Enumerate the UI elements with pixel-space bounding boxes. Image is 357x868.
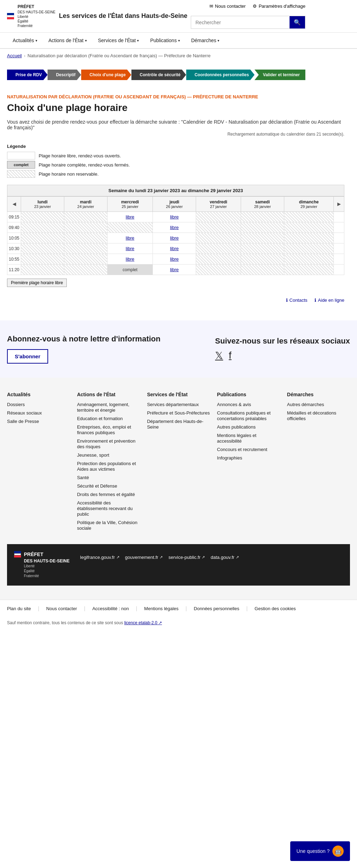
calendar-cell [241,212,284,222]
step-coordonnees[interactable]: Coordonnées personnelles [186,70,255,80]
chevron-down-icon: ▾ [218,39,219,43]
calendar-cell [241,265,284,275]
display-link[interactable]: ⚙ Paramètres d'affichage [253,4,305,9]
calendar-cell[interactable]: libre [153,265,196,275]
step-prise-rdv[interactable]: Prise de RDV [7,70,47,80]
footer-link-accessibilite-erp[interactable]: Accessibilité des établissements recevan… [77,500,132,517]
calendar-cell[interactable]: libre [153,243,196,254]
footer-link-securite[interactable]: Sécurité et Défense [77,483,117,489]
external-icon: ↗ [116,555,119,560]
calendar-cell[interactable]: libre [153,254,196,265]
footer-link-reseaux[interactable]: Réseaux sociaux [7,410,42,416]
help-links: ℹ Contacts ℹ Aide en ligne [7,294,344,306]
contacts-link[interactable]: ℹ Contacts [286,298,307,303]
calendar-cell[interactable]: libre [153,233,196,243]
footer-link-concours[interactable]: Concours et recrutement [217,447,267,452]
license-link[interactable]: licence etalab-2.0 ↗ [124,620,162,625]
calendar-cell[interactable]: libre [107,233,152,243]
footer-link-departement[interactable]: Département des Hauts-de-Seine [147,419,203,430]
step-descriptif[interactable]: Descriptif [47,70,81,80]
external-icon: ↗ [160,555,163,560]
breadcrumb-home[interactable]: Accueil [7,53,22,58]
site-title: Les services de l'État dans Hauts-de-Sei… [59,12,187,20]
footer-link-politique-ville[interactable]: Politique de la Ville, Cohésion sociale [77,520,137,531]
calendar-cell [64,222,107,233]
footer-link-environnement[interactable]: Environnement et prévention des risques [77,438,135,449]
footer-gestion-cookies[interactable]: Gestion des cookies [255,606,296,611]
footer: Actualités Dossiers Réseaux sociaux Sall… [0,378,357,600]
step-choix-plage[interactable]: Choix d'une plage [81,70,131,80]
footer-link-medailles[interactable]: Médailles et décorations officielles [287,410,336,421]
footer-link-infographies[interactable]: Infographies [217,455,242,461]
contact-link[interactable]: ✉ Nous contacter [209,4,246,9]
gouvernement-link[interactable]: gouvernement.fr ↗ [125,555,163,560]
footer-plan-site[interactable]: Plan du site [7,606,31,611]
footer-link-annonces[interactable]: Annonces & avis [217,402,251,407]
time-cell: 09:40 [7,222,21,233]
nav-publications[interactable]: Publications ▾ [144,33,186,48]
calendar-cell [241,243,284,254]
next-week-btn[interactable]: ▶ [334,197,344,212]
nav-actions-etat[interactable]: Actions de l'État ▾ [43,33,92,48]
day-header-samedi: samedi 28 janvier [241,197,284,212]
time-cell: 10:55 [7,254,21,265]
header-actions: ✉ Nous contacter ⚙ Paramètres d'affichag… [191,4,305,29]
external-icon: ↗ [236,555,239,560]
footer-link-protection[interactable]: Protection des populations et Aides aux … [77,461,136,472]
footer-link-entreprises[interactable]: Entreprises, éco, emploi et finances pub… [77,424,131,435]
first-slot-button[interactable]: Première plage horaire libre [7,279,67,287]
mail-icon: ✉ [209,4,213,9]
footer-nous-contacter[interactable]: Nous contacter [46,606,77,611]
footer-link-consultations[interactable]: Consultations publiques et concertations… [217,410,271,421]
subscribe-button[interactable]: S'abonner [7,349,48,364]
nav-actualites[interactable]: Actualités ▾ [7,33,43,48]
footer-link-sante[interactable]: Santé [77,475,89,480]
footer-link-services-dept[interactable]: Services départementaux [147,402,199,407]
calendar-cell[interactable]: libre [107,243,152,254]
twitter-link[interactable]: 𝕏 [215,350,223,361]
search-button[interactable]: 🔍 [290,16,305,28]
nav-demarches[interactable]: Démarches ▾ [186,33,225,48]
social-title: Suivez-nous sur les réseaux sociaux [215,337,350,346]
footer-link-dossiers[interactable]: Dossiers [7,402,25,407]
footer-link-education[interactable]: Education et formation [77,416,123,421]
breadcrumb: Accueil › Naturalisation par déclaration… [0,49,357,63]
table-row: 10:55librelibre [7,254,344,265]
footer-link-amenagement[interactable]: Aménagement, logement, territoire et éne… [77,402,129,413]
footer-accessibilite[interactable]: Accessibilité : non [92,606,129,611]
footer-donnees-personnelles[interactable]: Données personnelles [194,606,239,611]
legifrance-link[interactable]: legifrance.gouv.fr ↗ [80,555,119,560]
footer-mentions-legales[interactable]: Mentions légales [144,606,178,611]
facebook-link[interactable]: f [229,350,232,361]
motto1: Liberté [18,14,56,19]
calendar-cell[interactable]: libre [153,222,196,233]
footer-link-autres-pub[interactable]: Autres publications [217,424,256,430]
page-title: Choix d'une plage horaire [7,102,344,113]
footer-link-droits-femmes[interactable]: Droits des femmes et égalité [77,492,135,497]
calendar-cell[interactable]: libre [153,212,196,222]
header-links: ✉ Nous contacter ⚙ Paramètres d'affichag… [209,4,305,9]
footer-link-jeunesse[interactable]: Jeunesse, sport [77,452,109,458]
service-public-link[interactable]: service-public.fr ↗ [168,555,205,560]
footer-link-prefecture[interactable]: Préfecture et Sous-Préfectures [147,410,209,416]
footer-link-autres-demarches[interactable]: Autres démarches [287,402,324,407]
calendar-cell[interactable]: libre [107,254,152,265]
calendar-cell [21,254,64,265]
footer-link-presse[interactable]: Salle de Presse [7,419,39,424]
day-header-dimanche: dimanche 29 janvier [284,197,334,212]
nav-services-etat[interactable]: Services de l'État ▾ [92,33,145,48]
step-controle[interactable]: Contrôle de sécurité [131,70,186,80]
info-icon: ℹ [314,298,316,303]
calendar-cell: complet [107,265,152,275]
step-valider[interactable]: Valider et terminer [254,70,305,80]
data-gouv-link[interactable]: data.gouv.fr ↗ [210,555,239,560]
time-cell: 10:05 [7,233,21,243]
table-row: 10:30librelibre [7,243,344,254]
search-input[interactable] [191,17,290,28]
footer-license: Sauf mention contraire, tous les contenu… [0,617,357,629]
footer-link-mentions-legales[interactable]: Mentions légales et accessibilité [217,433,257,444]
calendar-cell[interactable]: libre [107,212,152,222]
aide-en-ligne-link[interactable]: ℹ Aide en ligne [314,298,344,303]
chevron-down-icon: ▾ [35,39,37,43]
prev-week-btn[interactable]: ◀ [7,197,21,212]
